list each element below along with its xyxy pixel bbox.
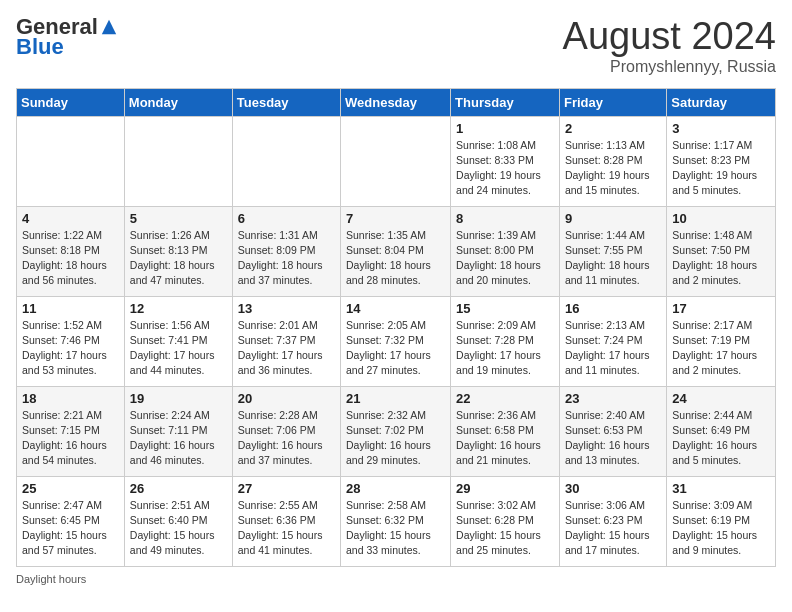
day-cell: 11Sunrise: 1:52 AMSunset: 7:46 PMDayligh…	[17, 296, 125, 386]
week-row-5: 25Sunrise: 2:47 AMSunset: 6:45 PMDayligh…	[17, 476, 776, 566]
day-info: Sunrise: 2:36 AMSunset: 6:58 PMDaylight:…	[456, 408, 554, 469]
day-cell: 10Sunrise: 1:48 AMSunset: 7:50 PMDayligh…	[667, 206, 776, 296]
day-info: Sunrise: 2:47 AMSunset: 6:45 PMDaylight:…	[22, 498, 119, 559]
svg-marker-0	[102, 20, 116, 34]
day-info: Sunrise: 2:17 AMSunset: 7:19 PMDaylight:…	[672, 318, 770, 379]
day-number: 21	[346, 391, 445, 406]
day-cell: 3Sunrise: 1:17 AMSunset: 8:23 PMDaylight…	[667, 116, 776, 206]
day-number: 10	[672, 211, 770, 226]
day-number: 19	[130, 391, 227, 406]
day-number: 12	[130, 301, 227, 316]
footer-note: Daylight hours	[16, 573, 776, 585]
day-cell: 13Sunrise: 2:01 AMSunset: 7:37 PMDayligh…	[232, 296, 340, 386]
day-number: 8	[456, 211, 554, 226]
location-title: Promyshlennyy, Russia	[563, 58, 776, 76]
day-header-wednesday: Wednesday	[341, 88, 451, 116]
day-cell: 19Sunrise: 2:24 AMSunset: 7:11 PMDayligh…	[124, 386, 232, 476]
day-headers-row: SundayMondayTuesdayWednesdayThursdayFrid…	[17, 88, 776, 116]
day-info: Sunrise: 2:13 AMSunset: 7:24 PMDaylight:…	[565, 318, 661, 379]
day-header-monday: Monday	[124, 88, 232, 116]
day-cell: 18Sunrise: 2:21 AMSunset: 7:15 PMDayligh…	[17, 386, 125, 476]
day-info: Sunrise: 1:13 AMSunset: 8:28 PMDaylight:…	[565, 138, 661, 199]
day-info: Sunrise: 1:48 AMSunset: 7:50 PMDaylight:…	[672, 228, 770, 289]
day-header-sunday: Sunday	[17, 88, 125, 116]
day-number: 27	[238, 481, 335, 496]
day-header-thursday: Thursday	[451, 88, 560, 116]
week-row-4: 18Sunrise: 2:21 AMSunset: 7:15 PMDayligh…	[17, 386, 776, 476]
day-number: 9	[565, 211, 661, 226]
day-info: Sunrise: 1:26 AMSunset: 8:13 PMDaylight:…	[130, 228, 227, 289]
day-info: Sunrise: 2:58 AMSunset: 6:32 PMDaylight:…	[346, 498, 445, 559]
day-info: Sunrise: 1:35 AMSunset: 8:04 PMDaylight:…	[346, 228, 445, 289]
day-number: 16	[565, 301, 661, 316]
day-info: Sunrise: 1:44 AMSunset: 7:55 PMDaylight:…	[565, 228, 661, 289]
day-info: Sunrise: 2:01 AMSunset: 7:37 PMDaylight:…	[238, 318, 335, 379]
day-cell: 4Sunrise: 1:22 AMSunset: 8:18 PMDaylight…	[17, 206, 125, 296]
day-cell: 20Sunrise: 2:28 AMSunset: 7:06 PMDayligh…	[232, 386, 340, 476]
day-cell: 21Sunrise: 2:32 AMSunset: 7:02 PMDayligh…	[341, 386, 451, 476]
logo-icon	[100, 18, 118, 36]
day-info: Sunrise: 2:55 AMSunset: 6:36 PMDaylight:…	[238, 498, 335, 559]
day-header-tuesday: Tuesday	[232, 88, 340, 116]
day-info: Sunrise: 1:22 AMSunset: 8:18 PMDaylight:…	[22, 228, 119, 289]
day-number: 17	[672, 301, 770, 316]
week-row-3: 11Sunrise: 1:52 AMSunset: 7:46 PMDayligh…	[17, 296, 776, 386]
day-number: 20	[238, 391, 335, 406]
day-cell: 2Sunrise: 1:13 AMSunset: 8:28 PMDaylight…	[559, 116, 666, 206]
day-number: 14	[346, 301, 445, 316]
day-cell: 12Sunrise: 1:56 AMSunset: 7:41 PMDayligh…	[124, 296, 232, 386]
day-cell: 24Sunrise: 2:44 AMSunset: 6:49 PMDayligh…	[667, 386, 776, 476]
day-info: Sunrise: 2:51 AMSunset: 6:40 PMDaylight:…	[130, 498, 227, 559]
day-info: Sunrise: 2:32 AMSunset: 7:02 PMDaylight:…	[346, 408, 445, 469]
header: General Blue August 2024 Promyshlennyy, …	[16, 16, 776, 76]
day-cell: 26Sunrise: 2:51 AMSunset: 6:40 PMDayligh…	[124, 476, 232, 566]
daylight-hours-label: Daylight hours	[16, 573, 86, 585]
day-number: 5	[130, 211, 227, 226]
day-number: 7	[346, 211, 445, 226]
day-info: Sunrise: 1:56 AMSunset: 7:41 PMDaylight:…	[130, 318, 227, 379]
day-info: Sunrise: 2:24 AMSunset: 7:11 PMDaylight:…	[130, 408, 227, 469]
day-cell: 30Sunrise: 3:06 AMSunset: 6:23 PMDayligh…	[559, 476, 666, 566]
day-number: 25	[22, 481, 119, 496]
day-cell	[124, 116, 232, 206]
day-info: Sunrise: 2:05 AMSunset: 7:32 PMDaylight:…	[346, 318, 445, 379]
calendar-table: SundayMondayTuesdayWednesdayThursdayFrid…	[16, 88, 776, 567]
day-number: 3	[672, 121, 770, 136]
day-info: Sunrise: 2:09 AMSunset: 7:28 PMDaylight:…	[456, 318, 554, 379]
day-number: 18	[22, 391, 119, 406]
day-cell: 17Sunrise: 2:17 AMSunset: 7:19 PMDayligh…	[667, 296, 776, 386]
day-number: 22	[456, 391, 554, 406]
day-number: 29	[456, 481, 554, 496]
day-number: 13	[238, 301, 335, 316]
day-info: Sunrise: 1:52 AMSunset: 7:46 PMDaylight:…	[22, 318, 119, 379]
title-block: August 2024 Promyshlennyy, Russia	[563, 16, 776, 76]
day-info: Sunrise: 3:06 AMSunset: 6:23 PMDaylight:…	[565, 498, 661, 559]
day-info: Sunrise: 2:21 AMSunset: 7:15 PMDaylight:…	[22, 408, 119, 469]
day-cell: 27Sunrise: 2:55 AMSunset: 6:36 PMDayligh…	[232, 476, 340, 566]
day-cell: 25Sunrise: 2:47 AMSunset: 6:45 PMDayligh…	[17, 476, 125, 566]
logo: General Blue	[16, 16, 118, 60]
day-cell	[232, 116, 340, 206]
logo-blue-text: Blue	[16, 34, 64, 60]
day-number: 28	[346, 481, 445, 496]
day-number: 26	[130, 481, 227, 496]
day-number: 6	[238, 211, 335, 226]
day-cell: 14Sunrise: 2:05 AMSunset: 7:32 PMDayligh…	[341, 296, 451, 386]
day-info: Sunrise: 2:28 AMSunset: 7:06 PMDaylight:…	[238, 408, 335, 469]
day-number: 23	[565, 391, 661, 406]
day-number: 2	[565, 121, 661, 136]
day-cell: 5Sunrise: 1:26 AMSunset: 8:13 PMDaylight…	[124, 206, 232, 296]
day-cell	[341, 116, 451, 206]
day-cell: 6Sunrise: 1:31 AMSunset: 8:09 PMDaylight…	[232, 206, 340, 296]
day-info: Sunrise: 2:44 AMSunset: 6:49 PMDaylight:…	[672, 408, 770, 469]
day-cell: 31Sunrise: 3:09 AMSunset: 6:19 PMDayligh…	[667, 476, 776, 566]
day-cell: 28Sunrise: 2:58 AMSunset: 6:32 PMDayligh…	[341, 476, 451, 566]
day-cell: 9Sunrise: 1:44 AMSunset: 7:55 PMDaylight…	[559, 206, 666, 296]
day-info: Sunrise: 1:31 AMSunset: 8:09 PMDaylight:…	[238, 228, 335, 289]
day-cell: 7Sunrise: 1:35 AMSunset: 8:04 PMDaylight…	[341, 206, 451, 296]
day-info: Sunrise: 1:08 AMSunset: 8:33 PMDaylight:…	[456, 138, 554, 199]
day-info: Sunrise: 1:17 AMSunset: 8:23 PMDaylight:…	[672, 138, 770, 199]
day-cell: 22Sunrise: 2:36 AMSunset: 6:58 PMDayligh…	[451, 386, 560, 476]
day-number: 11	[22, 301, 119, 316]
day-header-friday: Friday	[559, 88, 666, 116]
